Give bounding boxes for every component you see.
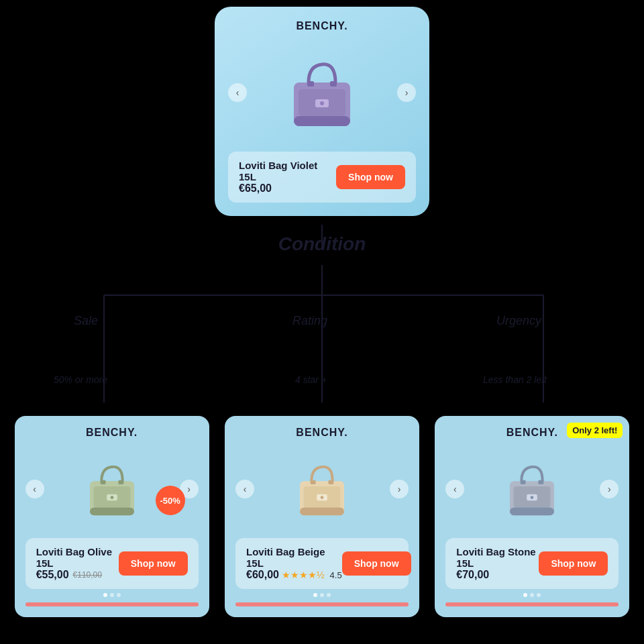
discount-badge: -50%: [156, 486, 185, 515]
svg-rect-12: [330, 81, 337, 87]
dot: [110, 593, 114, 597]
urgency-sub-label: Less than 2 left: [483, 374, 547, 385]
svg-rect-32: [521, 480, 526, 484]
rating-value-beige: 4.5: [330, 570, 342, 580]
product-price-stone: €70,00: [456, 569, 539, 581]
bottom-bar: [235, 602, 409, 606]
rating-branch-label: Rating: [292, 314, 327, 328]
dots-bar: [235, 593, 409, 597]
product-price-beige: €60,00: [246, 569, 279, 581]
urgency-badge: Only 2 left!: [567, 423, 623, 438]
svg-rect-22: [300, 508, 344, 516]
svg-rect-25: [311, 480, 316, 484]
dot: [103, 593, 107, 597]
product-image-beige: [285, 452, 359, 526]
dot: [313, 593, 317, 597]
svg-point-24: [321, 496, 324, 499]
shop-now-beige[interactable]: Shop now: [342, 551, 411, 576]
svg-rect-26: [328, 480, 333, 484]
svg-rect-8: [294, 116, 350, 126]
urgency-branch-label: Urgency: [496, 314, 541, 328]
product-image-stone: [495, 452, 569, 526]
svg-rect-11: [307, 81, 314, 87]
svg-rect-29: [510, 508, 554, 516]
product-name-stone: Loviti Bag Stone 15L: [456, 546, 539, 569]
dot: [117, 593, 121, 597]
svg-point-31: [531, 496, 534, 499]
dot: [327, 593, 331, 597]
svg-point-10: [320, 101, 324, 105]
card-stone: BENCHY. Only 2 left! ‹ › Loviti: [435, 416, 629, 617]
sale-branch-label: Sale: [74, 314, 98, 328]
card-olive: BENCHY. ‹ › -50% Loviti Bag Ol: [15, 416, 209, 617]
brand-label: BENCHY.: [228, 20, 416, 32]
dots-bar: [445, 593, 619, 597]
svg-rect-19: [118, 480, 123, 484]
product-name-olive: Loviti Bag Olive 15L: [36, 546, 119, 569]
dot: [523, 593, 527, 597]
product-image: [275, 46, 369, 140]
prev-arrow-stone[interactable]: ‹: [445, 480, 464, 498]
stars-beige: ★★★★½: [282, 570, 325, 580]
prev-arrow-olive[interactable]: ‹: [25, 480, 44, 498]
prev-arrow-beige[interactable]: ‹: [235, 480, 254, 498]
svg-rect-15: [90, 508, 134, 516]
product-name-beige: Loviti Bag Beige 15L: [246, 546, 342, 569]
dot: [537, 593, 541, 597]
product-name: Loviti Bag Violet 15L: [239, 160, 336, 182]
svg-point-17: [110, 496, 113, 499]
sale-sub-label: 50% or more: [54, 374, 107, 385]
bottom-bar: [445, 602, 619, 606]
svg-rect-33: [539, 480, 544, 484]
top-product-card: BENCHY. ‹: [215, 7, 429, 216]
shop-now-button[interactable]: Shop now: [336, 165, 405, 189]
product-price: €65,00: [239, 182, 336, 195]
brand-label-beige: BENCHY.: [235, 427, 409, 439]
next-arrow-stone[interactable]: ›: [600, 480, 619, 498]
dots-bar: [25, 593, 199, 597]
old-price-olive: €110,00: [73, 570, 102, 580]
bottom-cards-row: BENCHY. ‹ › -50% Loviti Bag Ol: [0, 416, 644, 617]
bottom-bar: [25, 602, 199, 606]
product-image-olive: [75, 452, 149, 526]
brand-label-olive: BENCHY.: [25, 427, 199, 439]
product-price-olive: €55,00: [36, 569, 69, 581]
dot: [530, 593, 534, 597]
next-arrow-beige[interactable]: ›: [390, 480, 409, 498]
shop-now-olive[interactable]: Shop now: [119, 551, 188, 576]
card-beige: BENCHY. ‹ › Loviti Bag Beige 15L: [225, 416, 419, 617]
dot: [320, 593, 324, 597]
rating-sub-label: 4 star +: [295, 374, 327, 385]
condition-label: Condition: [278, 233, 366, 255]
prev-arrow[interactable]: ‹: [228, 83, 247, 102]
shop-now-stone[interactable]: Shop now: [539, 551, 608, 576]
svg-rect-18: [100, 480, 105, 484]
next-arrow[interactable]: ›: [397, 83, 416, 102]
